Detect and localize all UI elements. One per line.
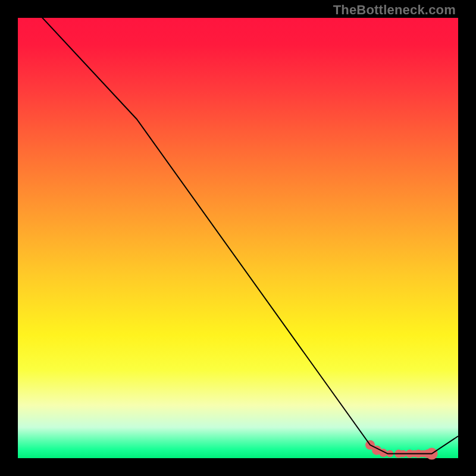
marker-layer: [365, 440, 438, 460]
bottleneck-line: [18, 0, 458, 454]
chart-frame: TheBottleneck.com: [0, 0, 476, 476]
watermark-text: TheBottleneck.com: [333, 2, 456, 18]
chart-svg: [18, 18, 458, 458]
plot-area: [18, 18, 458, 458]
